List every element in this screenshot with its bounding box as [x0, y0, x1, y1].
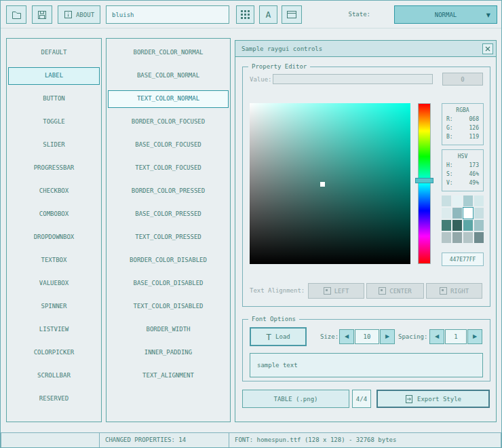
control-item-colorpicker[interactable]: COLORPICKER [8, 344, 100, 362]
control-item-listview[interactable]: LISTVIEW [8, 321, 100, 339]
hsv-header: HSV [446, 152, 479, 161]
control-item-default[interactable]: DEFAULT [8, 44, 100, 62]
control-item-textbox[interactable]: TEXTBOX [8, 252, 100, 269]
state-dropdown[interactable]: NORMAL ▼ [394, 5, 497, 24]
style-color-swatch[interactable] [463, 220, 473, 231]
size-value-text: 10 [364, 333, 371, 340]
property-item-inner_padding[interactable]: INNER_PADDING [108, 344, 229, 362]
property-item-border_width[interactable]: BORDER_WIDTH [108, 321, 229, 339]
hue-slider-handle[interactable] [415, 178, 433, 183]
style-color-swatch[interactable] [452, 208, 462, 219]
property-item-border_color_normal[interactable]: BORDER_COLOR_NORMAL [108, 44, 229, 62]
property-item-text_color_focused[interactable]: TEXT_COLOR_FOCUSED [108, 160, 229, 177]
b-label: B: [446, 132, 453, 141]
property-item-text_alignment[interactable]: TEXT_ALIGNMENT [108, 367, 229, 385]
control-item-toggle[interactable]: TOGGLE [8, 113, 100, 131]
load-font-button[interactable]: T Load [250, 327, 307, 346]
spacing-value-box[interactable]: 1 [445, 329, 467, 344]
align-center-button[interactable]: CENTER [366, 283, 424, 299]
style-color-swatch[interactable] [442, 195, 451, 206]
control-item-combobox[interactable]: COMBOBOX [8, 206, 100, 223]
style-color-swatch[interactable] [474, 232, 484, 243]
window-view-button[interactable] [282, 5, 302, 24]
style-color-swatch[interactable] [474, 195, 484, 206]
size-increase-button[interactable]: ▶ [380, 329, 395, 344]
control-item-valuebox[interactable]: VALUEBOX [8, 275, 100, 293]
color-picker-cursor [320, 182, 325, 187]
value-slider[interactable] [273, 74, 433, 84]
v-label: V: [446, 179, 453, 187]
text-alignment-label: Text Alignment: [250, 287, 305, 294]
property-item-text_color_disabled[interactable]: TEXT_COLOR_DISABLED [108, 298, 229, 316]
h-value: 173 [469, 161, 479, 170]
style-color-swatch[interactable] [463, 195, 473, 206]
style-color-swatch[interactable] [442, 208, 451, 219]
close-button[interactable] [482, 43, 493, 54]
right-arrow-icon: ▶ [385, 334, 389, 339]
rgba-header: RGBA [446, 106, 479, 115]
sample-text: sample text [257, 362, 298, 369]
open-style-button[interactable] [6, 5, 26, 24]
table-view-button[interactable] [236, 5, 254, 24]
control-item-scrollbar[interactable]: SCROLLBAR [8, 367, 100, 385]
spacing-value-text: 1 [454, 333, 457, 340]
export-format-button[interactable]: TABLE (.png) [242, 390, 349, 408]
rgba-g-row: G: 126 [446, 124, 479, 132]
style-color-swatch[interactable] [452, 232, 462, 243]
letter-a-icon: A [266, 10, 271, 20]
export-style-button[interactable]: Export Style [376, 390, 490, 408]
style-color-swatch[interactable] [463, 232, 473, 243]
property-item-base_color_pressed[interactable]: BASE_COLOR_PRESSED [108, 206, 229, 223]
hue-bar[interactable] [418, 103, 431, 264]
control-item-dropdownbox[interactable]: DROPDOWNBOX [8, 229, 100, 246]
style-properties-list: BORDER_COLOR_NORMALBASE_COLOR_NORMALTEXT… [106, 38, 231, 422]
property-item-base_color_focused[interactable]: BASE_COLOR_FOCUSED [108, 136, 229, 154]
sample-text-box[interactable]: sample text [250, 353, 483, 377]
control-item-slider[interactable]: SLIDER [8, 136, 100, 154]
control-item-spinner[interactable]: SPINNER [8, 298, 100, 316]
control-item-button[interactable]: BUTTON [8, 90, 100, 108]
g-value: 126 [469, 124, 479, 132]
g-label: G: [446, 124, 453, 132]
align-left-label: LEFT [334, 288, 349, 295]
color-saturation-value-panel[interactable] [250, 103, 410, 264]
left-arrow-icon: ◀ [435, 334, 439, 339]
about-button[interactable]: ABOUT [58, 5, 100, 24]
property-item-border_color_pressed[interactable]: BORDER_COLOR_PRESSED [108, 183, 229, 200]
control-item-reserved[interactable]: RESERVED [8, 390, 100, 408]
size-decrease-button[interactable]: ◀ [339, 329, 354, 344]
value-box[interactable]: 0 [442, 73, 483, 86]
property-item-border_color_disabled[interactable]: BORDER_COLOR_DISABLED [108, 252, 229, 269]
style-color-swatch[interactable] [452, 195, 462, 206]
pages-value-text: 4/4 [356, 396, 367, 403]
align-right-button[interactable]: RIGHT [426, 283, 482, 299]
control-item-progressbar[interactable]: PROGRESSBAR [8, 160, 100, 177]
align-left-icon [324, 287, 331, 295]
font-atlas-button[interactable]: A [259, 5, 277, 24]
spacing-decrease-button[interactable]: ◀ [429, 329, 444, 344]
s-value: 46% [469, 170, 479, 179]
property-item-base_color_disabled[interactable]: BASE_COLOR_DISABLED [108, 275, 229, 293]
style-color-swatch[interactable] [474, 208, 484, 219]
style-color-swatch[interactable] [442, 220, 451, 231]
pages-value-box[interactable]: 4/4 [352, 390, 371, 408]
align-center-icon [379, 287, 386, 295]
style-name-input[interactable] [106, 5, 229, 24]
sample-window-titlebar: Sample raygui controls [235, 41, 496, 57]
align-left-button[interactable]: LEFT [308, 283, 364, 299]
size-value-box[interactable]: 10 [355, 329, 379, 344]
property-item-base_color_normal[interactable]: BASE_COLOR_NORMAL [108, 67, 229, 85]
property-item-text_color_normal[interactable]: TEXT_COLOR_NORMAL [108, 90, 229, 108]
spacing-increase-button[interactable]: ▶ [467, 329, 482, 344]
property-item-border_color_focused[interactable]: BORDER_COLOR_FOCUSED [108, 113, 229, 131]
save-style-button[interactable] [32, 5, 52, 24]
size-label: Size: [320, 333, 339, 340]
style-color-swatch[interactable] [463, 208, 473, 219]
style-color-swatch[interactable] [474, 220, 484, 231]
control-item-label[interactable]: LABEL [8, 67, 100, 85]
style-color-swatch[interactable] [442, 232, 451, 243]
property-item-text_color_pressed[interactable]: TEXT_COLOR_PRESSED [108, 229, 229, 246]
control-item-checkbox[interactable]: CHECKBOX [8, 183, 100, 200]
style-color-swatch[interactable] [452, 220, 462, 231]
hex-value-box[interactable]: 447E77FF [442, 253, 484, 266]
